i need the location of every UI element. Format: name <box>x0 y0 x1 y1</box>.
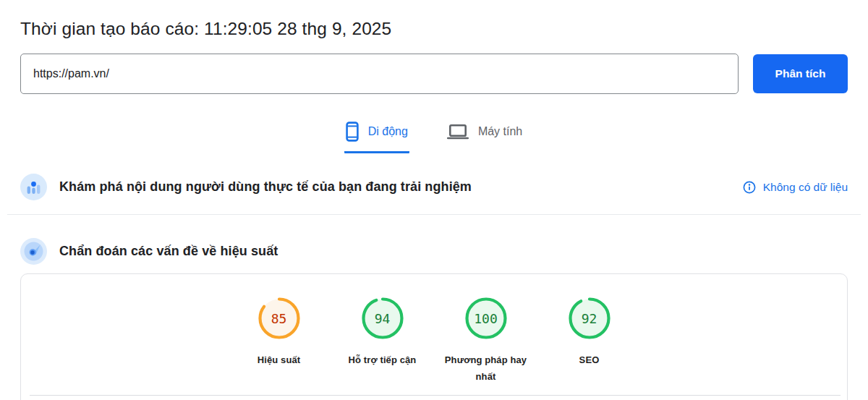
gauge-ring: 94 <box>361 297 404 340</box>
info-icon <box>743 181 756 194</box>
report-time-title: Thời gian tạo báo cáo: 11:29:05 28 thg 9… <box>20 19 848 39</box>
compass-icon <box>20 238 47 265</box>
pagespeed-report-page: Thời gian tạo báo cáo: 11:29:05 28 thg 9… <box>0 19 868 400</box>
field-data-bars-icon <box>20 174 47 200</box>
mobile-icon <box>346 122 359 142</box>
gauge-seo[interactable]: 92 SEO <box>537 297 641 386</box>
gauge-performance[interactable]: 85 Hiệu suất <box>227 297 331 386</box>
score-gauges-row: 85 Hiệu suất 94 Hỗ trợ tiếp cận <box>21 274 847 386</box>
score-label: Phương pháp hay nhất <box>441 352 531 386</box>
field-data-title: Khám phá nội dung người dùng thực tế của… <box>59 179 743 195</box>
gauge-ring: 100 <box>464 297 508 340</box>
score-label: Hiệu suất <box>258 352 300 369</box>
scores-card: 85 Hiệu suất 94 Hỗ trợ tiếp cận <box>20 273 848 400</box>
gauge-accessibility[interactable]: 94 Hỗ trợ tiếp cận <box>331 297 434 386</box>
tab-mobile[interactable]: Di động <box>344 120 409 153</box>
tab-desktop[interactable]: Máy tính <box>446 120 524 153</box>
analyze-row: Phân tích <box>20 54 848 94</box>
no-data-link[interactable]: Không có dữ liệu <box>743 181 848 194</box>
gauge-best-practices[interactable]: 100 Phương pháp hay nhất <box>434 297 537 386</box>
field-data-section: Khám phá nội dung người dùng thực tế của… <box>20 174 848 200</box>
desktop-icon <box>447 124 469 140</box>
tab-mobile-label: Di động <box>368 125 408 138</box>
url-input[interactable] <box>20 54 739 94</box>
no-data-label: Không có dữ liệu <box>763 181 848 194</box>
score-value: 92 <box>568 297 611 340</box>
analyze-button[interactable]: Phân tích <box>753 54 848 93</box>
diagnose-title: Chẩn đoán các vấn đề về hiệu suất <box>59 244 848 259</box>
section-divider <box>7 214 861 215</box>
device-tabs: Di động Máy tính <box>20 120 848 153</box>
score-label: Hỗ trợ tiếp cận <box>349 352 417 369</box>
tab-desktop-label: Máy tính <box>478 125 522 138</box>
gauge-ring: 92 <box>568 297 611 340</box>
score-value: 85 <box>258 297 301 340</box>
card-bottom-divider <box>30 395 841 396</box>
diagnose-section: Chẩn đoán các vấn đề về hiệu suất <box>20 238 848 265</box>
score-value: 100 <box>464 297 508 340</box>
score-label: SEO <box>579 352 600 369</box>
score-value: 94 <box>361 297 404 340</box>
gauge-ring: 85 <box>258 297 301 340</box>
